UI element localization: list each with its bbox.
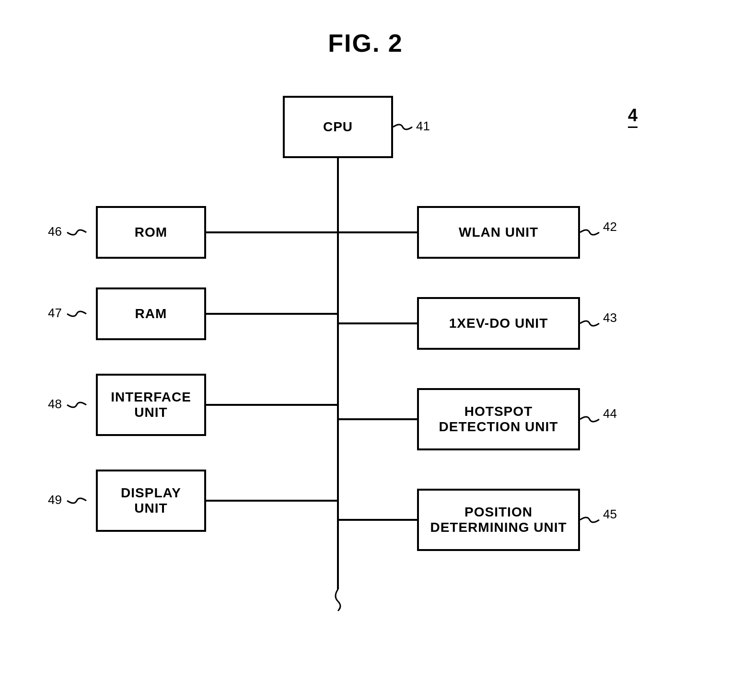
position-ref: 45 (603, 507, 617, 522)
rom-label: ROM (135, 225, 167, 240)
wlan-label: WLAN UNIT (459, 225, 538, 240)
interface-ref: 48 (48, 397, 62, 412)
hotspot-ref: 44 (603, 406, 617, 421)
interface-label: INTERFACE UNIT (111, 390, 191, 420)
xev-ref: 43 (603, 310, 617, 325)
xev-label: 1XEV-DO UNIT (449, 316, 548, 331)
ram-box: RAM (96, 287, 206, 340)
cpu-box: CPU (283, 96, 393, 158)
interface-box: INTERFACE UNIT (96, 374, 206, 436)
rom-ref: 46 (48, 224, 62, 239)
hotspot-box: HOTSPOT DETECTION UNIT (417, 388, 580, 450)
position-box: POSITION DETERMINING UNIT (417, 489, 580, 551)
ram-label: RAM (135, 306, 167, 321)
display-box: DISPLAY UNIT (96, 470, 206, 532)
wlan-box: WLAN UNIT (417, 206, 580, 259)
cpu-label: CPU (323, 119, 353, 135)
position-label: POSITION DETERMINING UNIT (430, 505, 567, 535)
hotspot-label: HOTSPOT DETECTION UNIT (439, 404, 558, 435)
display-ref: 49 (48, 493, 62, 507)
figure-title: FIG. 2 (0, 29, 731, 57)
ram-ref: 47 (48, 306, 62, 321)
xev-box: 1XEV-DO UNIT (417, 297, 580, 350)
diagram-ref: 4 (628, 105, 638, 128)
diagram-container: FIG. 2 4 (0, 0, 731, 700)
cpu-ref: 41 (416, 119, 430, 134)
wlan-ref: 42 (603, 219, 617, 234)
display-label: DISPLAY UNIT (121, 485, 181, 516)
rom-box: ROM (96, 206, 206, 259)
